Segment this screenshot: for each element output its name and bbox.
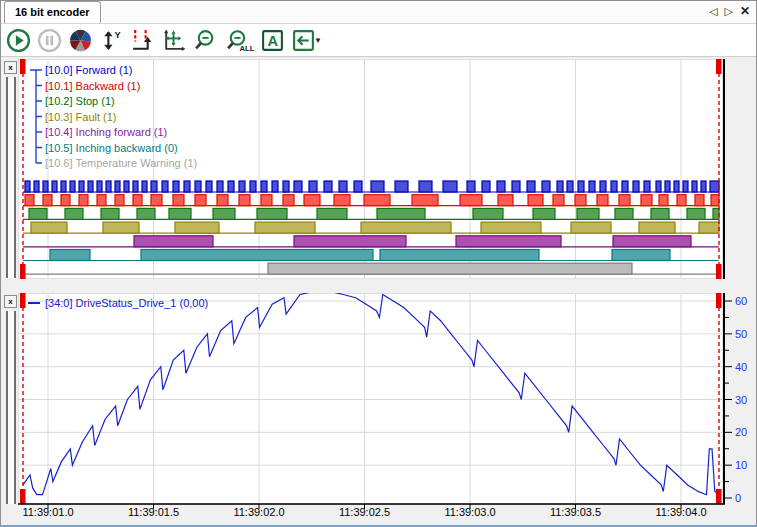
close-window-icon[interactable]: ✕ [740, 3, 750, 19]
letter-a-icon: A [260, 28, 285, 53]
analog-legend-label: [34:0] DriveStatus_Drive_1 (0,00) [45, 297, 208, 309]
analog-scrollbar-thumb[interactable] [6, 311, 16, 504]
legend-item-3[interactable]: [10.3] Fault (1) [45, 111, 117, 124]
goto-cursor-icon [129, 28, 156, 53]
dropdown-caret-icon[interactable]: ▼ [314, 36, 322, 45]
legend-item-6[interactable]: [10.6] Temperature Warning (1) [45, 157, 197, 170]
cursor-marker[interactable] [20, 59, 26, 74]
y-tick-label: 60 [735, 295, 747, 307]
undo-zoom-button[interactable]: ▼ [290, 27, 323, 54]
scale-y-icon: Y [99, 28, 124, 53]
back-arrow-icon [291, 28, 316, 53]
signal-colors-button[interactable] [67, 27, 94, 54]
trace-window: 16 bit encoder ◁ ▷ ✕ [0, 0, 757, 527]
zoom-out-icon [192, 28, 218, 53]
y-tick-label: 40 [735, 361, 747, 373]
scroll-tabs-left-icon[interactable]: ◁ [709, 3, 717, 19]
autoscale-y-button[interactable]: Y [98, 27, 125, 54]
tab-16-bit-encoder[interactable]: 16 bit encoder [4, 1, 101, 23]
y-tick-label: 0 [735, 492, 741, 504]
trace-workspace: x [10.0] Forward (1)[10.1] Backward (1)[… [1, 57, 757, 522]
pause-trace-button[interactable] [36, 27, 63, 54]
legend-item-2[interactable]: [10.2] Stop (1) [45, 95, 115, 108]
digital-signal-forward [23, 181, 719, 192]
svg-text:A: A [268, 33, 279, 49]
cursor-marker[interactable] [20, 489, 26, 504]
plot-background [18, 293, 723, 504]
legend-item-0[interactable]: [10.0] Forward (1) [45, 64, 132, 77]
tab-strip: 16 bit encoder ◁ ▷ ✕ [1, 1, 757, 24]
cursor-marker[interactable] [716, 59, 722, 74]
cursor-marker[interactable] [716, 264, 722, 279]
move-axes-icon [161, 28, 186, 53]
cursor-marker[interactable] [716, 293, 722, 308]
pause-icon [37, 28, 62, 53]
analog-panel-close-button[interactable]: x [4, 295, 17, 308]
color-wheel-icon [68, 28, 93, 53]
digital-panel-scrollbar[interactable] [5, 77, 15, 278]
zoom-out-button[interactable] [191, 27, 218, 54]
zoom-out-all-button[interactable]: ALL [222, 27, 255, 54]
analog-legend[interactable]: [34:0] DriveStatus_Drive_1 (0,00) [28, 297, 208, 309]
zoom-out-all-icon: ALL [223, 28, 255, 53]
cursor-marker[interactable] [20, 264, 26, 279]
analog-panel-scrollbar[interactable] [5, 311, 15, 504]
move-axes-button[interactable] [160, 27, 187, 54]
tab-label: 16 bit encoder [15, 6, 90, 18]
tab-navigation: ◁ ▷ ✕ [709, 3, 750, 19]
legend-item-1[interactable]: [10.1] Backward (1) [45, 80, 140, 93]
auto-mode-button[interactable]: A [259, 27, 286, 54]
cursor-marker[interactable] [20, 293, 26, 308]
trace-toolbar: Y [1, 24, 757, 57]
analog-trace-plot[interactable]: 0102030405060 [18, 293, 757, 522]
play-icon [6, 28, 31, 53]
svg-text:ALL: ALL [239, 43, 254, 52]
y-tick-label: 20 [735, 426, 747, 438]
y-tick-label: 50 [735, 328, 747, 340]
series-color-dash [28, 302, 40, 304]
goto-cursor-button[interactable] [129, 27, 156, 54]
y-axis-line [723, 293, 725, 504]
legend-item-4[interactable]: [10.4] Inching forward (1) [45, 126, 167, 139]
digital-scrollbar-thumb[interactable] [6, 77, 16, 278]
scroll-tabs-right-icon[interactable]: ▷ [724, 3, 732, 19]
y-tick-label: 10 [735, 459, 747, 471]
legend-item-5[interactable]: [10.5] Inching backward (0) [45, 142, 178, 155]
start-trace-button[interactable] [5, 27, 32, 54]
y-axis-line [723, 59, 725, 279]
digital-panel-close-button[interactable]: x [4, 61, 17, 74]
y-tick-label: 30 [735, 394, 747, 406]
cursor-marker[interactable] [716, 489, 722, 504]
svg-text:Y: Y [115, 30, 122, 40]
